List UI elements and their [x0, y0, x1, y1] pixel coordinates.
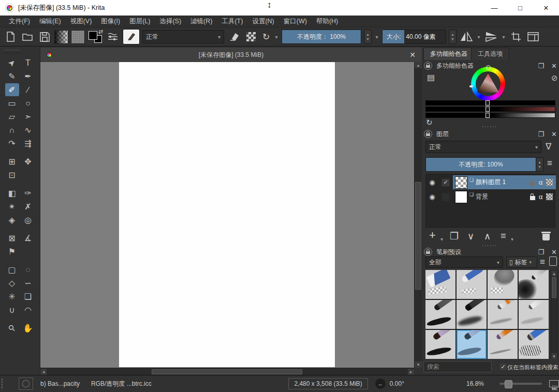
- canvas-page[interactable]: [119, 62, 335, 367]
- tool-pan[interactable]: ✋: [21, 322, 35, 335]
- menu-view[interactable]: 视图(V): [66, 16, 97, 27]
- layer-name[interactable]: 颜料图层 1: [476, 178, 506, 187]
- layer-properties-dropdown-arrow[interactable]: ▾: [511, 235, 513, 244]
- color-wheel[interactable]: [471, 67, 505, 101]
- layer-visibility-icon[interactable]: ◉: [426, 178, 438, 186]
- menu-filter[interactable]: 滤镜(R): [186, 16, 217, 27]
- tool-reference-images[interactable]: ⚑: [5, 245, 19, 258]
- scroll-down-icon[interactable]: ▾: [551, 353, 557, 359]
- alpha-lock-icon[interactable]: α: [538, 178, 543, 186]
- layer-lock-icon[interactable]: [530, 196, 535, 200]
- tag-button[interactable]: ▯ 标签 ▾: [506, 257, 537, 268]
- tab-advanced-color-selector[interactable]: 多功能拾色器: [423, 48, 474, 60]
- tool-edit-shapes[interactable]: ✎: [5, 70, 19, 83]
- alpha-lock-icon[interactable]: α: [538, 193, 543, 201]
- no-color-icon[interactable]: ⊘: [551, 73, 558, 83]
- tool-color-sampler[interactable]: ✑: [21, 187, 35, 200]
- mirror-horizontal-icon[interactable]: [459, 29, 474, 44]
- title-bar[interactable]: [未保存图像] (33.5 MiB) - Krita ↕ — □ ✕: [0, 0, 559, 16]
- canvas-viewport[interactable]: [40, 62, 414, 368]
- menu-edit[interactable]: 编辑(E): [35, 16, 66, 27]
- layer-visibility-icon[interactable]: ◉: [426, 193, 438, 201]
- opacity-slider[interactable]: 不透明度： 100%: [282, 29, 361, 44]
- layer-opacity-spinner[interactable]: ▴▾: [536, 157, 543, 172]
- tab-tool-options[interactable]: 工具选项: [471, 48, 509, 60]
- window-resize-grip[interactable]: [552, 385, 558, 391]
- tool-assistants[interactable]: ⊠: [5, 232, 19, 245]
- close-docker-icon[interactable]: ✕: [551, 130, 557, 138]
- inherit-alpha-icon[interactable]: [546, 179, 553, 186]
- brush-option-slider-icon[interactable]: [106, 29, 120, 44]
- tool-magnetic-select[interactable]: ∪: [5, 304, 19, 316]
- lock-docker-icon[interactable]: [424, 248, 432, 256]
- color-history-bar-3[interactable]: [425, 113, 555, 118]
- preset-grid-scrollbar[interactable]: ▴ ▾: [551, 270, 557, 359]
- foreground-background-colors[interactable]: ⇄: [87, 29, 103, 44]
- color-history-bar-1[interactable]: [425, 100, 555, 105]
- brush-preset-pen-silver[interactable]: [519, 300, 549, 329]
- canvas-horizontal-scrollbar[interactable]: ◂ ▸: [40, 368, 414, 375]
- brush-preset-airbrush[interactable]: [519, 270, 549, 299]
- tool-similar-color-select[interactable]: ❏: [21, 290, 35, 303]
- document-close-icon[interactable]: ✕: [409, 51, 416, 59]
- layer-thumbnail[interactable]: [455, 176, 467, 189]
- brush-preset-detail-orange[interactable]: [488, 330, 518, 359]
- rotation-value[interactable]: 0.00°: [390, 380, 404, 387]
- brush-preset-pencil-dark[interactable]: [425, 300, 455, 329]
- tool-move[interactable]: ✥: [21, 155, 35, 168]
- scroll-left-icon[interactable]: ◂: [40, 369, 47, 375]
- preset-search-input[interactable]: 搜索: [423, 361, 492, 372]
- float-docker-icon[interactable]: ❐: [538, 248, 544, 256]
- tool-rectangle[interactable]: ▭: [5, 97, 19, 110]
- layer-thumbnail[interactable]: [455, 191, 467, 203]
- brush-editor-button[interactable]: [123, 29, 140, 44]
- close-docker-icon[interactable]: ✕: [551, 248, 557, 256]
- tool-multibrush[interactable]: ⇶: [21, 137, 35, 150]
- menu-file[interactable]: 文件(F): [4, 16, 35, 27]
- tool-measure[interactable]: ∡: [21, 232, 35, 245]
- layer-row-paint-layer[interactable]: ◉ ✓ ❏ 颜料图层 1 α: [426, 175, 556, 189]
- tool-ellipse[interactable]: ○: [21, 97, 35, 110]
- brush-presets-header[interactable]: 笔刷预设 ❐ ✕: [424, 247, 557, 257]
- trim-to-image-icon[interactable]: [509, 29, 523, 44]
- move-layer-up-button[interactable]: ∧: [484, 232, 491, 241]
- layer-opacity-slider[interactable]: 不透明度: 100%: [425, 157, 536, 172]
- add-layer-button[interactable]: +: [429, 231, 436, 240]
- scroll-down-icon[interactable]: ▾: [415, 361, 422, 368]
- layer-properties-button[interactable]: ≡: [501, 231, 506, 240]
- brush-preset-marker-black[interactable]: [457, 300, 487, 329]
- layer-checkbox[interactable]: ✓: [442, 178, 450, 187]
- zoom-slider-handle[interactable]: [505, 380, 512, 388]
- preset-display-icon[interactable]: [549, 257, 557, 266]
- scroll-up-icon[interactable]: ▴: [551, 270, 557, 276]
- layer-options-menu-icon[interactable]: ≡: [547, 158, 552, 169]
- canvas-rotation-icon[interactable]: ↔: [375, 379, 386, 389]
- mirror-vertical-dropdown-arrow[interactable]: ▾: [501, 34, 506, 40]
- current-brush-name[interactable]: b) Bas...pacity: [40, 380, 80, 387]
- scroll-right-icon[interactable]: ▸: [408, 369, 414, 375]
- inherit-alpha-icon[interactable]: [546, 193, 553, 200]
- panel-grip[interactable]: [481, 245, 497, 247]
- preset-filter-dropdown[interactable]: 全部 ▾: [425, 257, 503, 268]
- open-document-icon[interactable]: [20, 29, 35, 44]
- document-subwindow-titlebar[interactable]: [未保存图像] (33.5 MiB) ✕: [40, 48, 422, 63]
- zoom-value[interactable]: 16.8%: [466, 380, 484, 387]
- zoom-slider[interactable]: [499, 383, 542, 385]
- tool-freehand-path[interactable]: ∿: [21, 124, 35, 137]
- brush-size-slider[interactable]: 大小: 40.00 像素: [382, 29, 446, 44]
- brush-preset-sketch-pencil-blue[interactable]: [519, 330, 549, 359]
- menu-image[interactable]: 图像(I): [96, 16, 125, 27]
- vertical-scroll-thumb[interactable]: [415, 182, 421, 290]
- tool-line[interactable]: ∕: [21, 83, 35, 96]
- mirror-horizontal-dropdown-arrow[interactable]: ▾: [476, 34, 481, 40]
- tool-smart-patch[interactable]: ✴: [5, 200, 19, 213]
- canvas-vertical-scrollbar[interactable]: ▴ ▾: [414, 62, 422, 368]
- menu-tools[interactable]: 工具(T): [217, 16, 247, 27]
- refresh-colors-icon[interactable]: ↻: [426, 118, 433, 127]
- menu-settings[interactable]: 设置(N): [247, 16, 278, 27]
- new-document-icon[interactable]: [3, 29, 18, 44]
- duplicate-layer-button[interactable]: ❐: [450, 232, 459, 241]
- gradient-chooser[interactable]: [54, 30, 68, 44]
- color-profile-label[interactable]: RGB/透明度 ...btrc.icc: [91, 380, 152, 388]
- brush-preset-wet-paint-selected[interactable]: [457, 330, 487, 359]
